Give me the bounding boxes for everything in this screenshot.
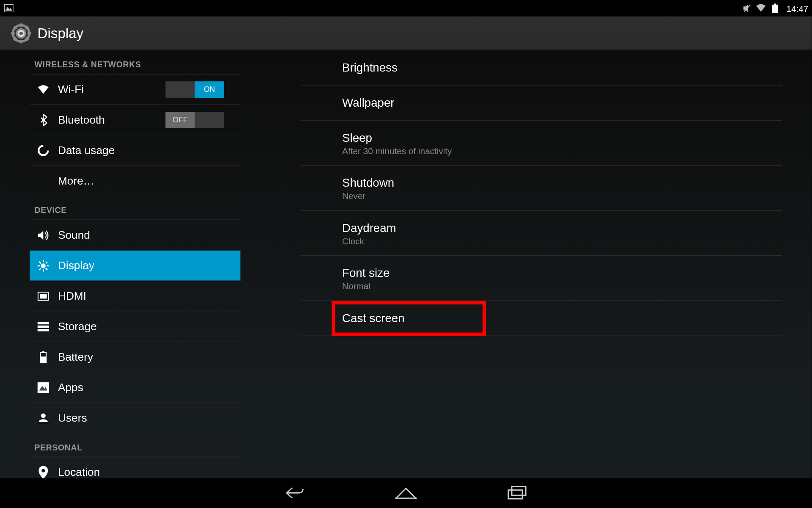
svg-rect-32 xyxy=(38,325,49,328)
svg-line-28 xyxy=(39,268,41,270)
pref-title: Cast screen xyxy=(342,312,782,325)
pref-title: Sleep xyxy=(342,131,782,145)
pref-wallpaper[interactable]: Wallpaper xyxy=(301,86,782,121)
data-usage-icon xyxy=(37,144,49,157)
svg-rect-5 xyxy=(772,5,778,13)
status-clock: 14:47 xyxy=(786,3,808,14)
svg-rect-33 xyxy=(38,329,49,331)
bluetooth-toggle[interactable]: OFF xyxy=(165,111,224,128)
svg-rect-36 xyxy=(40,356,46,362)
pref-sleep[interactable]: Sleep After 30 minutes of inactivity xyxy=(301,121,782,166)
sidebar-item-more[interactable]: More… xyxy=(30,166,241,196)
action-bar: Display xyxy=(0,17,812,50)
svg-rect-4 xyxy=(774,3,776,5)
svg-point-17 xyxy=(19,31,23,35)
pref-summary: Clock xyxy=(342,236,782,246)
pref-summary: After 30 minutes of inactivity xyxy=(342,146,782,156)
sidebar-item-sound[interactable]: Sound xyxy=(30,220,241,251)
pref-summary: Normal xyxy=(342,281,782,291)
pref-cast-screen[interactable]: Cast screen xyxy=(301,301,782,336)
svg-line-26 xyxy=(46,268,47,270)
action-bar-title: Display xyxy=(38,25,84,41)
svg-line-27 xyxy=(46,262,47,263)
svg-rect-44 xyxy=(508,490,522,499)
sidebar-item-battery[interactable]: Battery xyxy=(30,342,241,373)
sidebar-item-hdmi[interactable]: HDMI xyxy=(30,281,241,312)
sidebar-item-label: Storage xyxy=(58,320,97,333)
section-header-device: DEVICE xyxy=(30,196,241,220)
location-icon xyxy=(37,466,49,479)
sidebar-item-display[interactable]: Display xyxy=(30,251,241,281)
pref-daydream[interactable]: Daydream Clock xyxy=(301,211,782,256)
pref-title: Shutdown xyxy=(342,176,782,190)
hdmi-icon xyxy=(37,290,49,302)
sidebar-item-label: Data usage xyxy=(58,144,115,157)
display-settings-detail: Brightness Wallpaper Sleep After 30 minu… xyxy=(301,50,782,336)
settings-sidebar: WIRELESS & NETWORKS Wi-Fi ON Bluetooth O… xyxy=(30,50,241,488)
nav-home-button[interactable] xyxy=(394,484,417,502)
pref-font-size[interactable]: Font size Normal xyxy=(301,256,782,301)
svg-point-39 xyxy=(41,413,46,418)
svg-line-25 xyxy=(39,262,41,263)
sidebar-item-label: Battery xyxy=(58,351,93,363)
pref-title: Wallpaper xyxy=(342,96,782,110)
apps-icon xyxy=(37,381,49,394)
svg-marker-1 xyxy=(5,7,12,11)
sidebar-item-bluetooth[interactable]: Bluetooth OFF xyxy=(30,105,241,135)
notification-picture-icon xyxy=(3,3,14,14)
pref-summary: Never xyxy=(342,191,782,201)
svg-rect-41 xyxy=(38,422,49,423)
sidebar-item-label: HDMI xyxy=(58,290,86,302)
section-header-personal: PERSONAL xyxy=(30,433,241,457)
pref-shutdown[interactable]: Shutdown Never xyxy=(301,166,782,210)
battery-icon xyxy=(37,351,49,363)
mute-icon xyxy=(742,3,752,14)
sidebar-item-label: Wi-Fi xyxy=(58,83,84,96)
svg-point-20 xyxy=(41,263,46,268)
svg-rect-30 xyxy=(40,294,47,298)
spacer-icon xyxy=(37,174,49,187)
sidebar-item-label: Sound xyxy=(58,229,90,241)
svg-point-42 xyxy=(41,469,45,472)
svg-rect-0 xyxy=(4,4,13,12)
storage-icon xyxy=(37,320,49,333)
sidebar-item-storage[interactable]: Storage xyxy=(30,312,241,342)
svg-rect-45 xyxy=(512,486,526,495)
display-icon xyxy=(37,259,49,272)
battery-icon xyxy=(770,3,781,14)
wifi-icon xyxy=(756,3,766,14)
svg-rect-31 xyxy=(38,322,49,324)
sidebar-item-label: Location xyxy=(58,466,100,479)
sidebar-item-wifi[interactable]: Wi-Fi ON xyxy=(30,75,241,105)
users-icon xyxy=(37,411,49,424)
sidebar-item-label: Bluetooth xyxy=(58,113,105,126)
wifi-icon xyxy=(37,83,49,96)
sidebar-item-users[interactable]: Users xyxy=(30,403,241,433)
pref-brightness[interactable]: Brightness xyxy=(301,50,782,86)
pref-title: Brightness xyxy=(342,61,782,75)
sidebar-item-label: Display xyxy=(58,259,94,272)
nav-back-button[interactable] xyxy=(283,484,306,502)
pref-title: Font size xyxy=(342,266,782,280)
svg-marker-19 xyxy=(38,230,43,240)
nav-recents-button[interactable] xyxy=(505,484,529,502)
status-bar: 14:47 xyxy=(0,0,812,17)
sidebar-item-label: Apps xyxy=(58,381,83,394)
wifi-toggle[interactable]: ON xyxy=(165,81,224,98)
sidebar-item-apps[interactable]: Apps xyxy=(30,373,241,403)
system-navigation-bar xyxy=(0,478,812,508)
bluetooth-icon xyxy=(37,113,49,126)
sidebar-item-label: Users xyxy=(58,411,87,424)
sidebar-item-label: More… xyxy=(58,174,94,187)
sound-icon xyxy=(37,229,49,241)
pref-title: Daydream xyxy=(342,221,782,235)
settings-gear-icon[interactable] xyxy=(8,20,34,46)
section-header-wireless: WIRELESS & NETWORKS xyxy=(30,50,241,75)
sidebar-item-data-usage[interactable]: Data usage xyxy=(30,135,241,166)
